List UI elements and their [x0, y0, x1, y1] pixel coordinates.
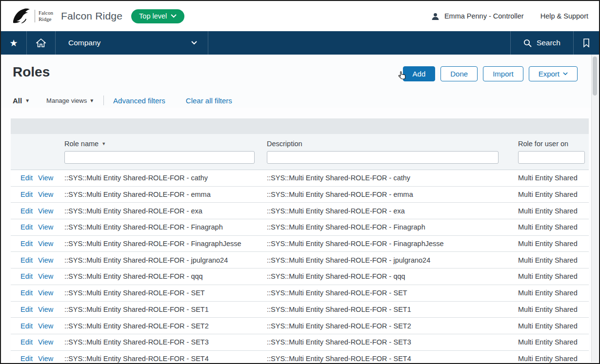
row-actions: Edit View [11, 191, 64, 198]
description-cell: ::SYS::Multi Entity Shared-ROLE-FOR - SE… [267, 338, 518, 346]
role-for-user-cell: Multi Entity Shared [518, 207, 589, 215]
home-icon [36, 38, 46, 48]
role-for-user-filter-input[interactable] [518, 151, 585, 164]
help-support-link[interactable]: Help & Support [540, 12, 588, 20]
description-header-label: Description [267, 140, 302, 148]
role-name-cell: ::SYS::Multi Entity Shared-ROLE-FOR - SE… [64, 306, 267, 313]
manage-views-menu[interactable]: Manage views ▼ [46, 97, 94, 104]
role-name-cell: ::SYS::Multi Entity Shared-ROLE-FOR - SE… [64, 322, 267, 330]
brand-name: Falcon Ridge [61, 10, 122, 22]
edit-link[interactable]: Edit [20, 355, 33, 363]
actions-filter-spacer [11, 151, 64, 164]
table-toolbar-band [11, 118, 589, 134]
description-filter-input[interactable] [267, 151, 499, 164]
edit-link[interactable]: Edit [20, 289, 33, 297]
row-actions: Edit View [11, 240, 64, 248]
vertical-scrollbar[interactable] [591, 55, 598, 362]
description-cell: ::SYS::Multi Entity Shared-ROLE-FOR - ca… [267, 174, 518, 182]
role-name-cell: ::SYS::Multi Entity Shared-ROLE-FOR - Fi… [64, 223, 267, 231]
role-name-cell: ::SYS::Multi Entity Shared-ROLE-FOR - jp… [64, 256, 267, 264]
role-for-user-column-header[interactable]: Role for user on [518, 140, 589, 148]
caret-down-icon: ▼ [25, 98, 30, 103]
done-button[interactable]: Done [440, 66, 478, 81]
edit-link[interactable]: Edit [20, 272, 33, 280]
user-icon [431, 12, 440, 20]
actions-column-header [11, 140, 64, 148]
view-link[interactable]: View [38, 289, 53, 297]
table-row: Edit View ::SYS::Multi Entity Shared-ROL… [11, 318, 589, 334]
chevron-down-icon [191, 41, 197, 45]
view-link[interactable]: View [38, 338, 53, 346]
role-name-cell: ::SYS::Multi Entity Shared-ROLE-FOR - SE… [64, 338, 267, 346]
bookmarks-button[interactable] [574, 31, 599, 55]
scrollbar-thumb[interactable] [593, 57, 597, 96]
view-selector[interactable]: All ▼ [13, 96, 30, 105]
table-row: Edit View ::SYS::Multi Entity Shared-ROL… [11, 334, 589, 351]
search-label: Search [537, 38, 560, 47]
home-button[interactable] [27, 31, 55, 55]
role-for-user-cell: Multi Entity Shared [518, 338, 589, 346]
row-actions: Edit View [11, 338, 64, 346]
favorites-button[interactable]: ★ [1, 31, 26, 55]
role-for-user-cell: Multi Entity Shared [518, 322, 589, 330]
entity-selector[interactable]: Top level [131, 9, 184, 23]
description-cell: ::SYS::Multi Entity Shared-ROLE-FOR - Fi… [267, 223, 518, 231]
view-link[interactable]: View [38, 322, 53, 330]
role-for-user-cell: Multi Entity Shared [518, 272, 589, 280]
top-bar-right: Emma Penny - Controller Help & Support [431, 12, 588, 20]
view-link[interactable]: View [38, 240, 53, 248]
row-actions: Edit View [11, 289, 64, 297]
edit-link[interactable]: Edit [20, 306, 33, 313]
description-cell: ::SYS::Multi Entity Shared-ROLE-FOR - jp… [267, 256, 518, 264]
view-link[interactable]: View [38, 355, 53, 363]
edit-link[interactable]: Edit [20, 322, 33, 330]
import-button[interactable]: Import [483, 66, 523, 81]
edit-link[interactable]: Edit [20, 223, 33, 231]
company-menu[interactable]: Company [56, 31, 208, 55]
row-actions: Edit View [11, 355, 64, 363]
view-link[interactable]: View [38, 306, 53, 313]
view-link[interactable]: View [38, 256, 53, 264]
user-menu[interactable]: Emma Penny - Controller [444, 12, 524, 20]
add-button[interactable]: Add [403, 66, 436, 81]
row-actions: Edit View [11, 306, 64, 313]
clear-all-filters-link[interactable]: Clear all filters [186, 96, 232, 105]
description-column-header[interactable]: Description [267, 140, 518, 148]
role-name-column-header[interactable]: Role name ▼ [64, 140, 267, 148]
description-cell: ::SYS::Multi Entity Shared-ROLE-FOR - em… [267, 191, 518, 198]
main-nav: ★ Company Search [1, 31, 599, 55]
export-button[interactable]: Export [529, 66, 578, 81]
bookmark-icon [581, 38, 591, 48]
view-link[interactable]: View [38, 207, 53, 215]
top-bar: Falcon Ridge Falcon Ridge Top level Emma… [1, 1, 599, 31]
edit-link[interactable]: Edit [20, 338, 33, 346]
role-name-cell: ::SYS::Multi Entity Shared-ROLE-FOR - ex… [64, 207, 267, 215]
search-icon [523, 39, 532, 47]
description-cell: ::SYS::Multi Entity Shared-ROLE-FOR - qq… [267, 272, 518, 280]
description-cell: ::SYS::Multi Entity Shared-ROLE-FOR - ex… [267, 207, 518, 215]
edit-link[interactable]: Edit [20, 191, 33, 198]
description-cell: ::SYS::Multi Entity Shared-ROLE-FOR - SE… [267, 355, 518, 363]
role-name-filter-input[interactable] [64, 151, 255, 164]
view-link[interactable]: View [38, 272, 53, 280]
entity-selector-label: Top level [139, 12, 167, 20]
view-link[interactable]: View [38, 223, 53, 231]
description-cell: ::SYS::Multi Entity Shared-ROLE-FOR - SE… [267, 306, 518, 313]
edit-link[interactable]: Edit [20, 240, 33, 248]
falcon-bird-icon [12, 7, 31, 25]
edit-link[interactable]: Edit [20, 174, 33, 182]
chevron-down-icon [563, 72, 568, 76]
advanced-filters-link[interactable]: Advanced filters [113, 96, 165, 105]
app-window: Falcon Ridge Falcon Ridge Top level Emma… [0, 0, 600, 364]
view-selector-label: All [13, 96, 22, 105]
table-row: Edit View ::SYS::Multi Entity Shared-ROL… [11, 187, 589, 203]
sort-descending-icon: ▼ [101, 141, 106, 146]
view-link[interactable]: View [38, 174, 53, 182]
table-row: Edit View ::SYS::Multi Entity Shared-ROL… [11, 203, 589, 219]
view-link[interactable]: View [38, 191, 53, 198]
edit-link[interactable]: Edit [20, 256, 33, 264]
filter-divider [103, 96, 104, 105]
search-button[interactable]: Search [511, 31, 573, 55]
edit-link[interactable]: Edit [20, 207, 33, 215]
falcon-ridge-logo: Falcon Ridge [12, 7, 53, 25]
